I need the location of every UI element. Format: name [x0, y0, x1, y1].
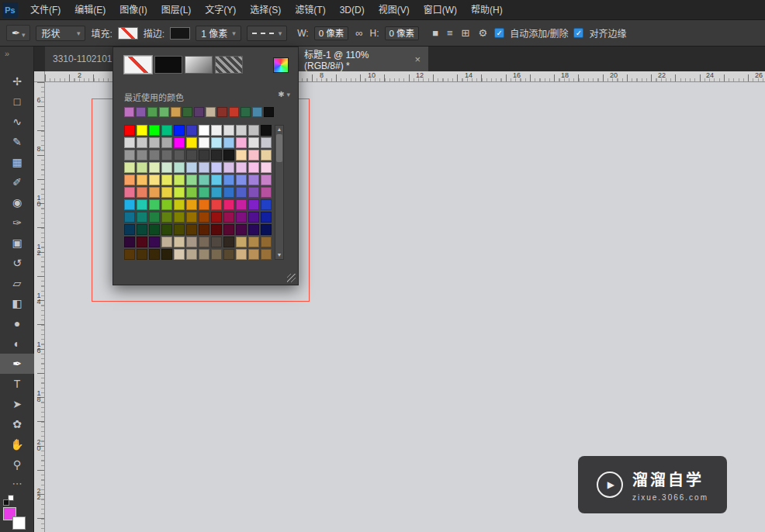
color-swatch[interactable]: [261, 249, 272, 260]
path-operations-icon[interactable]: ■: [431, 27, 440, 39]
color-swatch[interactable]: [261, 137, 272, 148]
color-swatch[interactable]: [248, 187, 259, 198]
color-swatch[interactable]: [248, 224, 259, 235]
color-swatch[interactable]: [174, 174, 185, 185]
color-swatch[interactable]: [261, 224, 272, 235]
color-swatch[interactable]: [261, 199, 272, 210]
color-swatch[interactable]: [248, 249, 259, 260]
menu-item-6[interactable]: 滤镜(T): [288, 5, 332, 16]
menu-item-5[interactable]: 选择(S): [243, 5, 288, 16]
rectangular-marquee-tool[interactable]: □: [0, 92, 34, 112]
zoom-tool[interactable]: ⚲: [0, 454, 34, 475]
color-swatch[interactable]: [149, 137, 160, 148]
menu-item-2[interactable]: 图像(I): [112, 5, 154, 16]
color-swatch[interactable]: [137, 212, 147, 223]
color-swatch[interactable]: [236, 150, 247, 161]
color-swatch[interactable]: [137, 125, 147, 136]
color-swatch[interactable]: [223, 224, 234, 235]
recent-color-swatch[interactable]: [217, 107, 227, 117]
color-swatch[interactable]: [186, 162, 197, 173]
color-swatch[interactable]: [261, 237, 272, 247]
brush-tool[interactable]: ✑: [0, 212, 34, 233]
color-swatch[interactable]: [174, 212, 185, 223]
color-swatch[interactable]: [149, 224, 160, 235]
document-tab-active[interactable]: 标题-1 @ 110%(RGB/8#) * ×: [296, 47, 428, 71]
pattern-fill-button[interactable]: [215, 56, 243, 74]
color-swatch[interactable]: [161, 174, 172, 185]
color-swatch[interactable]: [149, 237, 160, 247]
color-swatch[interactable]: [248, 137, 259, 148]
align-edges-checkbox[interactable]: ✓: [573, 28, 583, 38]
color-swatch[interactable]: [261, 150, 272, 161]
recent-color-swatch[interactable]: [182, 107, 192, 117]
color-swatch[interactable]: [149, 199, 160, 210]
color-swatch[interactable]: [161, 187, 172, 198]
color-swatch[interactable]: [186, 212, 197, 223]
color-swatch[interactable]: [124, 137, 135, 148]
color-swatch[interactable]: [149, 162, 160, 173]
color-swatch[interactable]: [211, 224, 222, 235]
color-swatch[interactable]: [124, 162, 135, 173]
color-swatch[interactable]: [211, 237, 222, 247]
color-swatch[interactable]: [236, 187, 247, 198]
color-swatch[interactable]: [248, 212, 259, 223]
color-swatch[interactable]: [161, 237, 172, 247]
color-swatch[interactable]: [161, 137, 172, 148]
color-swatch[interactable]: [149, 187, 160, 198]
custom-shape-tool[interactable]: ✿: [0, 414, 34, 434]
color-swatch[interactable]: [149, 125, 160, 136]
color-swatch[interactable]: [137, 224, 147, 235]
color-swatch[interactable]: [124, 174, 135, 185]
color-swatch[interactable]: [223, 174, 234, 185]
color-swatch[interactable]: [261, 174, 272, 185]
auto-add-delete-checkbox[interactable]: ✓: [494, 28, 504, 38]
menu-item-4[interactable]: 文字(Y): [198, 5, 243, 16]
color-swatch[interactable]: [174, 237, 185, 247]
color-swatch[interactable]: [186, 249, 197, 260]
menu-item-7[interactable]: 3D(D): [333, 5, 372, 16]
color-swatch[interactable]: [248, 199, 259, 210]
color-swatch[interactable]: [223, 162, 234, 173]
blur-tool[interactable]: ●: [0, 313, 34, 333]
gear-icon[interactable]: ✱ ▾: [278, 90, 290, 98]
color-swatch[interactable]: [186, 137, 197, 148]
color-swatch[interactable]: [137, 237, 147, 247]
color-swatch[interactable]: [223, 187, 234, 198]
color-swatch[interactable]: [199, 125, 209, 136]
color-swatch[interactable]: [149, 174, 160, 185]
color-swatch[interactable]: [124, 187, 135, 198]
color-swatch[interactable]: [186, 125, 197, 136]
history-brush-tool[interactable]: ↺: [0, 253, 34, 273]
color-swatch[interactable]: [161, 249, 172, 260]
type-tool[interactable]: T: [0, 374, 34, 394]
eyedropper-tool[interactable]: ✐: [0, 172, 34, 192]
gear-icon[interactable]: ⚙: [476, 27, 489, 39]
healing-brush-tool[interactable]: ◉: [0, 192, 34, 212]
background-color-swatch[interactable]: [12, 516, 26, 530]
color-swatch[interactable]: [124, 199, 135, 210]
shape-mode-select[interactable]: 形状 ▾: [36, 26, 85, 41]
color-swatch[interactable]: [199, 174, 209, 185]
color-swatch[interactable]: [161, 224, 172, 235]
menu-item-1[interactable]: 编辑(E): [68, 5, 112, 16]
color-swatch[interactable]: [124, 150, 135, 161]
color-swatch[interactable]: [186, 224, 197, 235]
color-swatch[interactable]: [174, 137, 185, 148]
stroke-color-swatch-button[interactable]: [170, 27, 190, 40]
recent-color-swatch[interactable]: [241, 107, 251, 117]
pen-tool[interactable]: ✒: [0, 354, 34, 374]
color-swatch[interactable]: [149, 150, 160, 161]
recent-color-swatch[interactable]: [159, 107, 169, 117]
color-swatch[interactable]: [186, 150, 197, 161]
color-picker-icon[interactable]: [273, 57, 289, 73]
shape-height-input[interactable]: 0 像素: [385, 26, 420, 40]
color-swatch[interactable]: [199, 224, 209, 235]
color-swatch[interactable]: [236, 224, 247, 235]
color-swatch[interactable]: [236, 249, 247, 260]
color-swatch[interactable]: [199, 150, 209, 161]
edit-toolbar-button[interactable]: ⋯: [0, 478, 34, 489]
vertical-ruler[interactable]: 6810121416182022: [34, 82, 45, 532]
color-swatch[interactable]: [236, 237, 247, 247]
color-swatch[interactable]: [149, 249, 160, 260]
color-swatch[interactable]: [248, 125, 259, 136]
